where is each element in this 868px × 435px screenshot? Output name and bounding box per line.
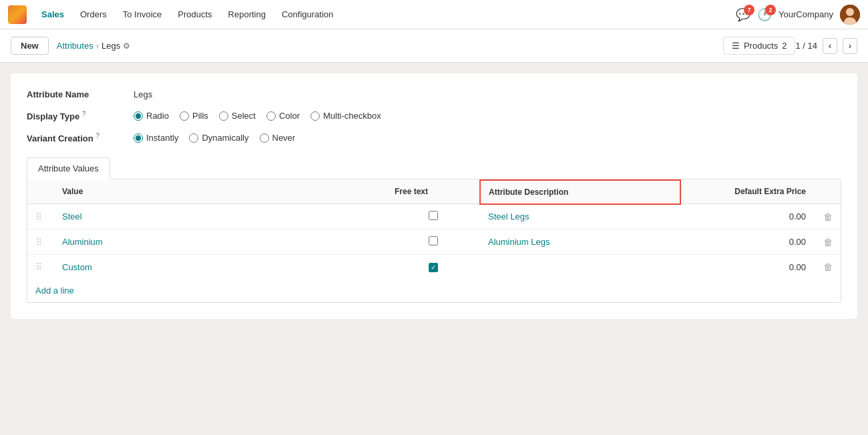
description-link-steel[interactable]: Steel Legs: [488, 211, 529, 222]
top-navigation: Sales Orders To Invoice Products Reporti…: [0, 0, 868, 29]
breadcrumb-separator: ›: [96, 41, 99, 51]
nav-right: 💬 7 🕐 2 YourCompany: [736, 5, 860, 25]
attribute-values-table-container: Value Free text Attribute Description De…: [27, 179, 841, 304]
attribute-name-label: Attribute Name: [27, 89, 134, 99]
nav-item-reporting[interactable]: Reporting: [222, 5, 272, 23]
breadcrumb-current: Legs ⚙: [101, 41, 130, 51]
attribute-name-value[interactable]: Legs: [134, 89, 152, 99]
pagination-prev[interactable]: ‹: [823, 38, 837, 54]
nav-item-sales[interactable]: Sales: [35, 5, 71, 23]
display-type-pills-label: Pills: [192, 111, 208, 121]
variant-never[interactable]: Never: [260, 133, 296, 143]
table-row: ⠿ Steel Steel Legs 0.00: [27, 204, 841, 230]
display-type-radio-input[interactable]: [134, 111, 143, 121]
display-type-select[interactable]: Select: [219, 111, 256, 121]
activity-notification[interactable]: 🕐 2: [757, 7, 772, 22]
table-header-row: Value Free text Attribute Description De…: [27, 180, 841, 204]
svg-point-1: [846, 8, 854, 16]
nav-item-orders[interactable]: Orders: [73, 5, 114, 23]
drag-handle[interactable]: ⠿: [27, 204, 54, 230]
company-name[interactable]: YourCompany: [779, 9, 833, 19]
chat-badge: 7: [744, 5, 754, 15]
display-type-radio-label: Radio: [146, 111, 169, 121]
display-type-color-label: Color: [279, 111, 300, 121]
table-row: ⠿ Custom 0.00 🗑: [27, 255, 841, 280]
list-icon: ☰: [732, 41, 740, 51]
delete-button-aluminium[interactable]: 🗑: [823, 237, 833, 248]
display-type-pills-input[interactable]: [180, 111, 189, 121]
delete-button-custom[interactable]: 🗑: [823, 262, 833, 272]
tab-attribute-values[interactable]: Attribute Values: [27, 157, 110, 179]
breadcrumb-attributes-link[interactable]: Attributes: [57, 41, 93, 51]
variant-creation-help[interactable]: ?: [95, 132, 99, 139]
chat-notification[interactable]: 💬 7: [736, 7, 750, 22]
free-text-cell-steel: [387, 204, 480, 230]
variant-dynamically-label: Dynamically: [202, 133, 248, 143]
table-header: Value Free text Attribute Description De…: [27, 180, 841, 204]
value-link-steel[interactable]: Steel: [62, 211, 82, 222]
display-type-row: Display Type ? Radio Pills Select: [27, 110, 841, 121]
free-text-checkbox-steel[interactable]: [429, 211, 438, 220]
attribute-name-row: Attribute Name Legs: [27, 89, 841, 99]
price-cell-aluminium: 0.00: [680, 230, 814, 255]
variant-creation-label: Variant Creation ?: [27, 132, 134, 143]
drag-handle[interactable]: ⠿: [27, 230, 54, 255]
display-type-help[interactable]: ?: [82, 110, 86, 117]
new-button[interactable]: New: [11, 37, 49, 55]
variant-instantly-input[interactable]: [134, 133, 143, 143]
value-cell: Custom: [54, 255, 387, 280]
action-cell-custom: 🗑: [814, 255, 841, 280]
value-link-aluminium[interactable]: Aluminium: [62, 237, 103, 247]
variant-dynamically-input[interactable]: [189, 133, 198, 143]
display-type-multicheckbox[interactable]: Multi-checkbox: [310, 111, 381, 121]
display-type-select-label: Select: [232, 111, 256, 121]
display-type-multicheckbox-input[interactable]: [310, 111, 320, 121]
app-logo: [8, 5, 27, 24]
variant-instantly-label: Instantly: [146, 133, 178, 143]
display-type-color-input[interactable]: [266, 111, 276, 121]
variant-instantly[interactable]: Instantly: [134, 133, 178, 143]
display-type-pills[interactable]: Pills: [180, 111, 208, 121]
attribute-values-table: Value Free text Attribute Description De…: [27, 179, 841, 280]
free-text-checked-custom[interactable]: [429, 263, 438, 272]
display-type-select-input[interactable]: [219, 111, 228, 121]
gear-icon[interactable]: ⚙: [123, 41, 130, 51]
products-button[interactable]: ☰ Products 2: [723, 37, 796, 55]
value-link-custom[interactable]: Custom: [62, 262, 92, 272]
pagination-text: 1 / 14: [795, 41, 817, 51]
description-cell-aluminium: Aluminium Legs: [480, 230, 680, 255]
table-body: ⠿ Steel Steel Legs 0.00: [27, 204, 841, 280]
nav-item-products[interactable]: Products: [171, 5, 218, 23]
variant-never-input[interactable]: [260, 133, 269, 143]
value-cell: Aluminium: [54, 230, 387, 255]
free-text-cell-aluminium: [387, 230, 480, 255]
table-row: ⠿ Aluminium Aluminium Legs 0.00: [27, 230, 841, 255]
drag-handle[interactable]: ⠿: [27, 255, 54, 280]
nav-item-to-invoice[interactable]: To Invoice: [116, 5, 169, 23]
price-cell-custom: 0.00: [680, 255, 814, 280]
pagination-next[interactable]: ›: [843, 38, 857, 54]
tab-list: Attribute Values: [27, 157, 841, 179]
variant-creation-options: Instantly Dynamically Never: [134, 133, 295, 143]
display-type-color[interactable]: Color: [266, 111, 300, 121]
nav-item-configuration[interactable]: Configuration: [275, 5, 340, 23]
add-line-link[interactable]: Add a line: [35, 286, 74, 296]
user-avatar[interactable]: [840, 5, 860, 25]
col-free-text: Free text: [387, 180, 480, 204]
delete-button-steel[interactable]: 🗑: [823, 211, 833, 222]
main-content: Attribute Name Legs Display Type ? Radio…: [0, 63, 868, 330]
free-text-cell-custom: [387, 255, 480, 280]
price-cell-steel: 0.00: [680, 204, 814, 230]
products-label: Products: [744, 41, 778, 51]
description-link-aluminium[interactable]: Aluminium Legs: [488, 237, 550, 247]
variant-dynamically[interactable]: Dynamically: [189, 133, 248, 143]
description-cell-custom: [480, 255, 680, 280]
free-text-checkbox-aluminium[interactable]: [429, 236, 438, 246]
activity-badge: 2: [765, 5, 776, 15]
breadcrumb-current-text: Legs: [101, 41, 120, 51]
breadcrumb: Attributes › Legs ⚙: [57, 41, 723, 51]
col-actions: [814, 180, 841, 204]
display-type-multicheckbox-label: Multi-checkbox: [323, 111, 381, 121]
display-type-radio[interactable]: Radio: [134, 111, 169, 121]
col-attribute-description: Attribute Description: [480, 180, 680, 204]
